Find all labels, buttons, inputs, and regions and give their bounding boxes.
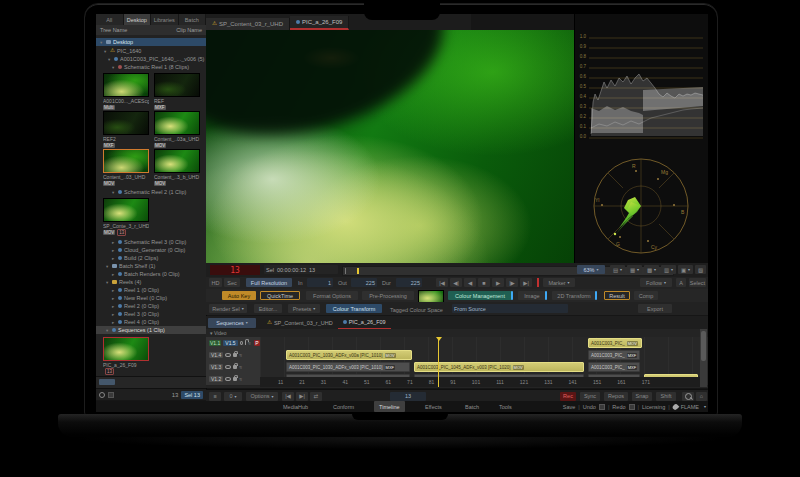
timeline-clip[interactable]: A001C003_PIC_1030_ADFx_v003 [PIC_1010]MX… (286, 362, 410, 372)
media-panel-scroll-strip[interactable] (96, 376, 206, 388)
tree-item-schematic1[interactable]: ▾ Schematic Reel 1 (8 Clips) (96, 63, 206, 71)
save-button[interactable]: Save (563, 404, 576, 410)
tree-header-clip[interactable]: Clip Name (176, 27, 202, 33)
play-reverse-icon[interactable]: ◀ (464, 278, 476, 287)
timeline-scrollbar[interactable] (700, 329, 707, 387)
media-thumbnail[interactable]: REF2 MXF (103, 111, 149, 148)
transform-2d-button[interactable]: 2D Transform (552, 291, 596, 300)
value-dropdown[interactable]: 0▾ (224, 392, 242, 401)
media-thumbnail-selected[interactable]: Content_..03_UHD MOV (103, 149, 149, 186)
tree-item[interactable]: ▸Schematic Reel 3 (0 Clip) (96, 238, 206, 246)
expand-arrow-icon[interactable]: ▾ (106, 280, 110, 285)
track-name[interactable]: V1.4 (209, 352, 223, 358)
jump-in-icon[interactable]: |◀ (282, 392, 294, 401)
view-grid-icon[interactable]: ▦▾ (627, 265, 642, 274)
lock-icon[interactable] (245, 341, 246, 345)
comp-view-button[interactable]: Comp (634, 291, 658, 300)
undo-button[interactable]: Undo (583, 404, 596, 410)
track-patch-badge[interactable]: V1.1 (209, 340, 221, 346)
go-to-start-icon[interactable]: |◀ (436, 278, 448, 287)
track-name[interactable]: V1.5 (223, 340, 237, 346)
timeline-ruler[interactable]: 112131 415161 718191 101111121 131141151… (260, 377, 700, 387)
search-button[interactable] (682, 392, 694, 401)
track-lane[interactable]: A001C003_PIC_1030_ADFx_v00a [PIC_1010]MO… (260, 349, 700, 361)
tab-batch[interactable]: Batch (460, 401, 484, 412)
home-button[interactable]: ⌂ (696, 392, 707, 401)
option-toggle-icon[interactable] (108, 392, 114, 398)
snap-button[interactable]: Snap (632, 392, 652, 401)
visibility-icon[interactable] (240, 341, 243, 345)
next-frame-icon[interactable]: |▶ (506, 278, 518, 287)
visibility-icon[interactable] (225, 353, 231, 357)
expand-arrow-icon[interactable]: ▸ (112, 288, 116, 293)
media-thumbnail[interactable]: Content_..3_b_UHD MOV (154, 149, 200, 186)
scroll-thumb[interactable] (701, 331, 706, 361)
expand-arrow-icon[interactable]: ▸ (112, 304, 116, 309)
jump-out-icon[interactable]: ▶| (296, 392, 308, 401)
tree-item[interactable]: ▸New Reel (0 Clip) (96, 294, 206, 302)
select-mode-button[interactable]: Select (689, 278, 706, 287)
lock-icon[interactable] (233, 377, 237, 381)
tree-item[interactable]: ▸Reel 1 (0 Clip) (96, 286, 206, 294)
expand-arrow-icon[interactable]: ▾ (106, 328, 110, 333)
image-effect-button[interactable]: Image (518, 291, 546, 300)
result-view-button[interactable]: Result (604, 291, 630, 300)
follow-dropdown[interactable]: Follow▾ (640, 278, 672, 287)
target-icon[interactable] (99, 392, 105, 398)
tab-mediahub[interactable]: MediaHub (278, 401, 313, 412)
presets-dropdown[interactable]: Presets▾ (288, 304, 320, 313)
shift-button[interactable]: Shift (656, 392, 676, 401)
quicktime-effect-button[interactable]: QuickTime (260, 291, 300, 300)
licensing-button[interactable]: Licensing (642, 404, 665, 410)
track-header[interactable]: V1.2 ≈ (206, 373, 260, 385)
timecode-display[interactable]: 13 (210, 265, 260, 275)
tab-conform[interactable]: Conform (328, 401, 359, 412)
view-split-icon[interactable]: ▩▾ (644, 265, 659, 274)
tree-item[interactable]: ▾Batch Shelf (1) (96, 262, 206, 270)
repos-button[interactable]: Repos (604, 392, 628, 401)
track-header[interactable]: V1.4 ≈ (206, 349, 260, 361)
video-viewport[interactable] (206, 30, 574, 263)
tab-desktop[interactable]: Desktop (124, 14, 152, 25)
stop-icon[interactable]: ■ (478, 278, 490, 287)
tree-item[interactable]: ▸Batch Renders (0 Clip) (96, 270, 206, 278)
waveform-toggle-icon[interactable]: ≈ (239, 353, 242, 358)
timeline-clip[interactable]: A001C003_PIC_MOV (588, 338, 642, 348)
tab-timeline[interactable]: Timeline (374, 401, 405, 412)
colour-transform-button[interactable]: Colour Transform (326, 304, 382, 313)
expand-arrow-icon[interactable]: ▾ (104, 49, 108, 54)
visibility-icon[interactable] (225, 365, 231, 369)
track-lane[interactable]: A001C003_PIC_1030_ADFx_v003 [PIC_1010]MX… (260, 361, 700, 373)
view-rows-icon[interactable]: ▥▾ (661, 265, 676, 274)
view-frame-icon[interactable]: ▣▾ (678, 265, 693, 274)
tab-effects[interactable]: Effects (420, 401, 447, 412)
timeline-clip[interactable]: A001C003_PIC_1030_ADFx_v00a [PIC_1010]MO… (286, 350, 412, 360)
timeline-clip[interactable]: A001C003_PIC_1045_ADFx_v003 [PIC_1020]MO… (414, 362, 584, 372)
tree-item-reels[interactable]: ▾Reels (4) (96, 278, 206, 286)
full-resolution-dropdown[interactable]: Full Resolution (246, 278, 292, 287)
tree-item[interactable]: ▸Reel 2 (0 Clip) (96, 302, 206, 310)
expand-arrow-icon[interactable]: ▸ (112, 256, 116, 261)
timeline-clip[interactable]: A001C003_PIC_MXF (588, 362, 640, 372)
colour-management-button[interactable]: Colour Management (448, 291, 512, 300)
waveform-toggle-icon[interactable]: ≈ (239, 377, 242, 382)
tab-all[interactable]: All (96, 14, 124, 25)
menu-icon[interactable]: ≡ (209, 392, 221, 401)
expand-arrow-icon[interactable]: ▸ (112, 248, 116, 253)
expand-arrow-icon[interactable]: ▾ (112, 190, 116, 195)
tree-item-a001[interactable]: ▾ A001C003_PIC_1640_..._v006 (5) (96, 55, 206, 63)
expand-arrow-icon[interactable]: ▸ (112, 320, 116, 325)
chevron-down-icon[interactable]: ▾ (704, 404, 706, 409)
track-name[interactable]: V1.3 (209, 364, 223, 370)
tree-item-schematic2[interactable]: ▾ Schematic Reel 2 (1 Clip) (96, 188, 206, 196)
expand-arrow-icon[interactable]: ▾ (100, 40, 104, 45)
track-header[interactable]: V1.3 ≈ (206, 361, 260, 373)
format-options-button[interactable]: Format Options (306, 291, 358, 300)
media-thumbnail[interactable]: SP_Conte_3_r_UHD MOV13 (103, 198, 149, 236)
resolution-button[interactable]: HD (209, 278, 222, 287)
tree-item-desktop[interactable]: ▾ Desktop (96, 38, 206, 46)
media-thumbnail[interactable]: A001C00..._ACEScg Multi (103, 73, 149, 110)
redo-pin-icon[interactable] (629, 404, 635, 410)
expand-arrow-icon[interactable]: ▾ (112, 65, 116, 70)
viewer-zoom-dropdown[interactable]: 63%▾ (577, 265, 605, 274)
